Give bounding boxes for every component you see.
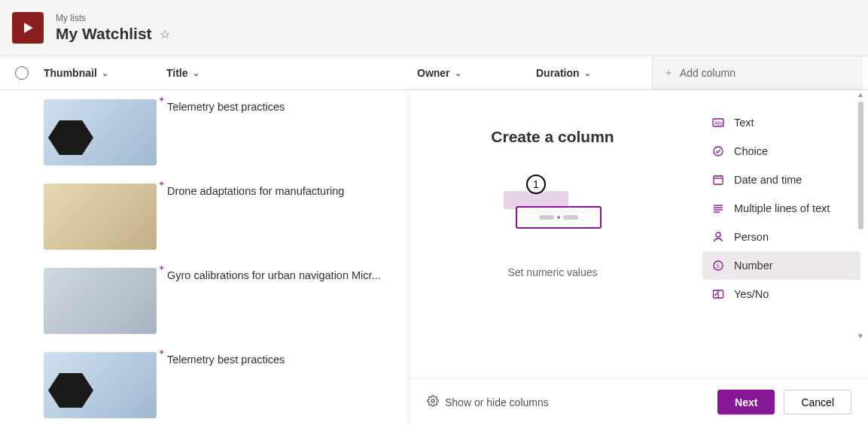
show-hide-columns-link[interactable]: Show or hide columns: [427, 395, 549, 409]
breadcrumb[interactable]: My lists: [56, 13, 170, 23]
svg-marker-0: [24, 23, 33, 32]
list-app-icon: [12, 12, 44, 44]
page-title: My Watchlist: [56, 25, 152, 43]
row-thumbnail[interactable]: [44, 352, 157, 418]
svg-text:1: 1: [717, 263, 720, 269]
spark-icon: ✦: [158, 348, 165, 357]
next-button[interactable]: Next: [717, 390, 775, 414]
column-type-text[interactable]: AbcText: [702, 108, 860, 137]
yesno-icon: [711, 287, 725, 301]
person-icon: [711, 230, 725, 244]
column-type-list: AbcTextChoiceDate and timeMultiple lines…: [695, 90, 868, 378]
spark-icon: ✦: [158, 95, 165, 105]
type-label: Date and time: [734, 174, 802, 186]
row-title[interactable]: ✦Gyro calibrations for urban navigation …: [167, 268, 381, 334]
create-column-panel: Create a column 1 Set numeric values Abc…: [410, 90, 868, 425]
datetime-icon: [711, 173, 725, 187]
type-label: Multiple lines of text: [734, 202, 830, 214]
column-type-preview: Create a column 1 Set numeric values: [410, 90, 695, 378]
preview-description: Set numeric values: [507, 266, 597, 278]
type-label: Number: [734, 260, 773, 272]
scroll-up-arrow-icon[interactable]: ▲: [857, 90, 864, 99]
svg-point-12: [716, 232, 720, 237]
column-type-multiline[interactable]: Multiple lines of text: [702, 194, 860, 223]
cancel-button[interactable]: Cancel: [784, 390, 851, 414]
list-item[interactable]: ✦Drone adaptations for manufacturing: [0, 175, 410, 259]
type-label: Person: [734, 231, 769, 243]
type-label: Choice: [734, 145, 768, 157]
type-label: Text: [734, 117, 754, 129]
column-type-person[interactable]: Person: [702, 223, 860, 251]
spark-icon: ✦: [158, 263, 165, 273]
list-rows: ✦Telemetry best practices ✦Drone adaptat…: [0, 90, 410, 425]
text-icon: Abc: [711, 116, 725, 129]
svg-point-17: [431, 399, 434, 402]
row-title[interactable]: ✦Telemetry best practices: [167, 99, 285, 165]
column-type-datetime[interactable]: Date and time: [702, 165, 860, 194]
choice-icon: [711, 144, 725, 158]
column-type-choice[interactable]: Choice: [702, 137, 860, 165]
svg-point-3: [714, 147, 723, 156]
row-title[interactable]: ✦Telemetry best practices: [167, 352, 285, 418]
number-icon: 1: [711, 259, 725, 272]
svg-rect-4: [714, 176, 723, 184]
spark-icon: ✦: [158, 179, 165, 189]
column-type-yesno[interactable]: Yes/No: [702, 280, 860, 308]
gear-icon: [427, 395, 439, 409]
number-preview-graphic: 1: [504, 184, 602, 244]
svg-text:Abc: Abc: [714, 120, 724, 126]
panel-title: Create a column: [491, 128, 614, 146]
column-header-duration[interactable]: Duration⌄: [536, 67, 652, 79]
column-type-number[interactable]: 1Number: [702, 251, 860, 280]
page-header: My lists My Watchlist ☆: [0, 0, 868, 56]
row-thumbnail[interactable]: [44, 184, 157, 250]
multiline-icon: [711, 202, 725, 215]
column-header-thumbnail[interactable]: Thumbnail⌄: [44, 67, 166, 79]
select-all-toggle[interactable]: [15, 66, 29, 80]
plus-icon: ＋: [663, 66, 674, 80]
favorite-star-icon[interactable]: ☆: [160, 27, 170, 41]
type-label: Yes/No: [734, 288, 769, 300]
chevron-down-icon: ⌄: [193, 68, 199, 78]
list-item[interactable]: ✦Gyro calibrations for urban navigation …: [0, 259, 410, 343]
chevron-down-icon: ⌄: [455, 68, 461, 78]
list-item[interactable]: ✦Telemetry best practices: [0, 343, 410, 425]
column-header-owner[interactable]: Owner⌄: [417, 67, 536, 79]
row-thumbnail[interactable]: [44, 268, 157, 334]
scroll-down-arrow-icon[interactable]: ▼: [857, 332, 864, 340]
chevron-down-icon: ⌄: [102, 68, 108, 78]
column-header-title[interactable]: Title⌄: [166, 67, 417, 79]
scrollbar[interactable]: ▲ ▼: [853, 90, 868, 340]
column-header-row: Thumbnail⌄ Title⌄ Owner⌄ Duration⌄ ＋Add …: [0, 56, 868, 90]
list-item[interactable]: ✦Telemetry best practices: [0, 90, 410, 175]
row-title[interactable]: ✦Drone adaptations for manufacturing: [167, 184, 344, 250]
row-thumbnail[interactable]: [44, 99, 157, 165]
add-column-button[interactable]: ＋Add column: [652, 56, 863, 90]
chevron-down-icon: ⌄: [584, 68, 591, 78]
